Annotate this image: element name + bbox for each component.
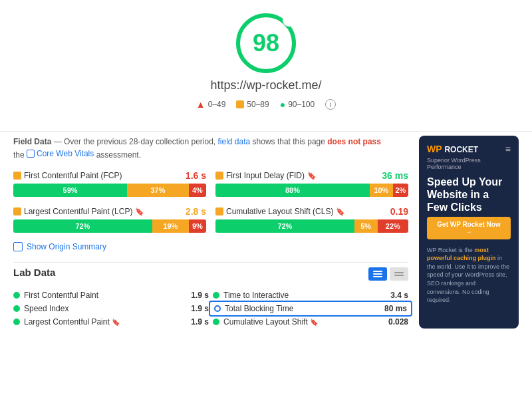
lab-metric-tti: Time to Interactive 3.4 s [213, 289, 408, 302]
square-orange-icon [236, 100, 244, 108]
green-dot-lcp [13, 319, 20, 325]
bar-cls-orange: 5% [354, 219, 378, 233]
lab-metric-lcp-value: 1.9 s [191, 317, 209, 327]
bar-fid-orange: 10% [370, 184, 393, 197]
field-data-desc-middle: shows that this page [253, 137, 328, 146]
bookmark-cls-icon: 🔖 [336, 207, 345, 216]
dot-orange-lcp-icon [13, 207, 21, 215]
main-area: Field Data — Over the previous 28-day co… [0, 136, 532, 329]
metric-cls-value: 0.19 [390, 206, 408, 217]
assessment-text: assessment. [96, 150, 141, 160]
toggle-list-btn[interactable] [368, 267, 387, 281]
lab-metric-cls-name: Cumulative Layout Shift 🔖 [223, 317, 384, 327]
lab-metric-tbt: Total Blocking Time 80 ms [209, 301, 412, 317]
lab-toggle [368, 267, 408, 281]
lab-metric-cls: Cumulative Layout Shift 🔖 0.028 [213, 315, 408, 329]
metric-fcp-bar: 59% 37% 4% [13, 184, 206, 197]
legend-orange: 50–89 [236, 100, 269, 109]
score-circle: 98 [236, 13, 296, 73]
bar-fcp-red: 4% [189, 184, 206, 197]
grid-line-2 [394, 275, 404, 276]
lab-metric-si-value: 1.9 s [191, 304, 209, 313]
triangle-icon: ▲ [196, 99, 205, 110]
metric-lcp: Largest Contentful Paint (LCP) 🔖 2.8 s 7… [13, 206, 206, 233]
circle-green-icon: ● [280, 99, 285, 110]
metric-lcp-bar: 72% 19% 9% [13, 219, 206, 233]
lab-metric-tti-value: 3.4 s [390, 291, 408, 300]
bar-lcp-red: 9% [189, 219, 206, 233]
ad-panel: WP ROCKET Superior WordPress Performance… [419, 136, 519, 329]
bar-fid-green: 88% [215, 184, 370, 197]
metric-lcp-value: 2.8 s [186, 206, 206, 217]
bar-lcp-orange: 19% [152, 219, 189, 233]
bookmark-fid-icon: 🔖 [307, 172, 317, 180]
metric-fid-header: First Input Delay (FID) 🔖 36 ms [215, 170, 408, 181]
field-data-desc-suffix: the [13, 150, 27, 160]
lab-metric-tbt-value: 80 ms [384, 304, 407, 313]
lab-metric-cls-value: 0.028 [388, 317, 408, 327]
bar-cls-green: 72% [215, 219, 354, 233]
metric-lcp-header: Largest Contentful Paint (LCP) 🔖 2.8 s [13, 206, 206, 217]
list-icon [373, 271, 382, 277]
lab-metrics-grid: First Contentful Paint 1.9 s Speed Index… [13, 289, 408, 329]
bar-fcp-green: 59% [13, 184, 127, 197]
lab-metric-fcp: First Contentful Paint 1.9 s [13, 289, 209, 302]
field-data-desc-prefix: — Over the previous 28-day collection pe… [54, 137, 218, 146]
green-dot-cls [213, 319, 219, 325]
divider-top [0, 131, 532, 132]
dot-orange-fid-icon [215, 172, 223, 180]
ad-headline: Speed Up Your Website in a Few Clicks [427, 176, 511, 214]
field-data-title: Field Data [13, 137, 51, 146]
info-icon[interactable]: i [325, 99, 336, 110]
menu-icon[interactable]: ≡ [505, 144, 511, 154]
lab-section-header: Lab Data [13, 267, 408, 281]
ad-highlight-text: most powerful caching plugin [427, 247, 496, 262]
metric-fcp-value: 1.6 s [186, 170, 206, 181]
metric-fcp-header: First Contentful Paint (FCP) 1.6 s [13, 170, 206, 181]
bookmark-lab-lcp: 🔖 [112, 319, 120, 326]
metric-cls-header: Cumulative Layout Shift (CLS) 🔖 0.19 [215, 206, 408, 217]
toggle-grid-btn[interactable] [390, 267, 408, 281]
metric-fid-bar: 88% 10% 2% [215, 184, 408, 197]
field-data-description: Field Data — Over the previous 28-day co… [13, 136, 408, 161]
dot-orange-icon [13, 172, 21, 180]
legend-green: ● 90–100 [280, 99, 315, 110]
lab-metric-lcp-name: Largest Contentful Paint 🔖 [24, 317, 187, 327]
left-content: Field Data — Over the previous 28-day co… [13, 136, 408, 329]
metric-fcp: First Contentful Paint (FCP) 1.6 s 59% 3… [13, 170, 206, 197]
lab-metric-si: Speed Index 1.9 s [13, 302, 209, 315]
bookmark-lab-cls: 🔖 [310, 319, 318, 326]
green-dot-tti [213, 292, 219, 299]
lab-metric-tbt-name: Total Blocking Time [225, 304, 380, 313]
lab-metrics-right: Time to Interactive 3.4 s Total Blocking… [213, 289, 408, 329]
metric-fid-name: First Input Delay (FID) 🔖 [215, 171, 317, 180]
lab-metric-fcp-name: First Contentful Paint [24, 291, 187, 300]
metric-fcp-name: First Contentful Paint (FCP) [13, 171, 122, 180]
lab-metric-si-name: Speed Index [24, 304, 187, 313]
list-line-1 [373, 271, 382, 272]
ad-cta-button[interactable]: Get WP Rocket Now → [427, 217, 511, 239]
metric-cls-name: Cumulative Layout Shift (CLS) 🔖 [215, 207, 345, 216]
show-origin-summary[interactable]: Show Origin Summary [13, 242, 408, 251]
lab-data-title: Lab Data [13, 267, 55, 278]
checkbox-icon [13, 242, 23, 251]
list-line-2 [373, 273, 382, 275]
metric-cls-bar: 72% 5% 22% [215, 219, 408, 233]
divider-mid [13, 262, 408, 263]
lab-data-section: Lab Data [13, 267, 408, 329]
legend: ▲ 0–49 50–89 ● 90–100 i [196, 99, 336, 110]
bar-fid-red: 2% [393, 184, 408, 197]
metric-fid: First Input Delay (FID) 🔖 36 ms 88% 10% … [215, 170, 408, 197]
metric-fid-value: 36 ms [382, 170, 408, 181]
lab-metrics-left: First Contentful Paint 1.9 s Speed Index… [13, 289, 209, 329]
core-web-icon [27, 150, 35, 158]
does-not-pass-text: does not pass [327, 137, 381, 146]
green-dot-fcp [13, 292, 20, 299]
field-data-link[interactable]: field data [218, 137, 251, 146]
lab-metric-lcp: Largest Contentful Paint 🔖 1.9 s [13, 315, 209, 329]
lab-metric-tti-name: Time to Interactive [223, 291, 386, 300]
ad-description: WP Rocket is the most powerful caching p… [427, 246, 511, 305]
score-number: 98 [253, 29, 279, 57]
ad-tagline: Superior WordPress Performance [427, 157, 505, 170]
core-web-vitals-link[interactable]: Core Web Vitals [37, 148, 94, 160]
